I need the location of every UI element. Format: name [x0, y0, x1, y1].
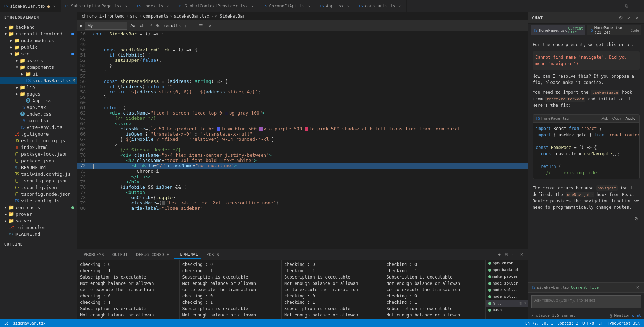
tab-index[interactable]: TS index.ts ✕ — [133, 0, 174, 12]
chat-mention-button[interactable]: @ Mention — [610, 313, 631, 318]
terminal-process-node-sol2[interactable]: node sol... — [486, 293, 528, 300]
terminal-pane-3[interactable]: checking : 0 checking : 1 Subscription i… — [282, 260, 384, 319]
chat-input[interactable] — [531, 295, 641, 308]
split-terminal-button[interactable]: ⎘ — [503, 251, 509, 258]
tab-close-icon[interactable]: ✕ — [307, 3, 312, 9]
tab-close-icon[interactable]: ✕ — [165, 3, 170, 9]
chat-ref-homepage-code[interactable]: TS HomePage.tsx (21-24) Code — [587, 25, 641, 35]
sidebar-item-label: src — [21, 51, 29, 57]
more-tabs-icon[interactable]: ··· — [631, 3, 641, 9]
prev-match-button[interactable]: ↑ — [183, 22, 188, 29]
expand-chat-button[interactable]: ⤢ — [626, 14, 632, 21]
tab-appTsx[interactable]: TS App.tsx ✕ — [316, 0, 355, 12]
sidebar-item-lib[interactable]: ▶ 📁 lib — [0, 84, 77, 91]
sidebar-item-readme-root[interactable]: M↓ README.md — [0, 231, 77, 237]
sidebar-item-sideNavBar[interactable]: TS sideNavBar.tsx M — [0, 77, 77, 84]
tab-close-icon[interactable]: ✕ — [250, 3, 255, 9]
sidebar-item-ui[interactable]: ▶ 📁 ui — [0, 71, 77, 77]
terminal-process-node-sol1[interactable]: node sol... — [486, 287, 528, 293]
apply-button[interactable]: Apply — [624, 116, 637, 121]
close-chat-button[interactable]: ✕ — [634, 14, 640, 21]
terminal-pane-4[interactable]: checking : 0 checking : 1 Subscription i… — [384, 260, 486, 319]
sidebar-item-tsconfig-app[interactable]: {} tsconfig.app.json — [0, 177, 77, 184]
sidebar-item-app-tsx[interactable]: TS App.tsx — [0, 104, 77, 111]
close-search-button[interactable]: ✕ — [207, 22, 213, 29]
terminal-line: checking : 0 — [387, 293, 483, 299]
sidebar-item-tsconfig[interactable]: {} tsconfig.json — [0, 184, 77, 191]
tab-output[interactable]: OUTPUT — [109, 251, 131, 259]
tab-subscriptionPage[interactable]: TS SubscriptionPage.tsx ✕ — [61, 0, 133, 12]
process-active-dot — [488, 275, 491, 278]
search-input[interactable] — [85, 22, 127, 30]
tab-close-icon[interactable]: ✕ — [52, 4, 57, 9]
search-close-icon[interactable]: ▶ — [80, 23, 83, 28]
sidebar-item-contracts[interactable]: ▶ 📁 contracts — [0, 204, 77, 211]
tab-debug-console[interactable]: DEBUG CONSOLE — [133, 251, 173, 259]
sidebar-item-solver[interactable]: ▶ 📁 solver — [0, 217, 77, 224]
whole-word-button[interactable]: ab — [139, 23, 146, 28]
sidebar-item-node-modules[interactable]: ▶ 📁 node_modules — [0, 37, 77, 44]
next-match-button[interactable]: ↓ — [190, 22, 195, 29]
toggle-list-button[interactable]: ☰ — [198, 22, 205, 29]
sidebar-item-pkg-lock[interactable]: {} package-lock.json — [0, 151, 77, 157]
ask-button[interactable]: Ask — [600, 116, 609, 121]
sidebar-item-gitmodules[interactable]: ⎇ .gitmodules — [0, 224, 77, 231]
more-terminal-button[interactable]: ··· — [510, 251, 517, 258]
code-editor[interactable]: 16 const SideNavBar = () => { 48 49 — [77, 31, 528, 249]
sidebar-item-index-html[interactable]: H index.html — [0, 144, 77, 151]
add-terminal-button[interactable]: + — [497, 251, 502, 258]
chat-link[interactable]: chat — [632, 313, 642, 318]
tab-globalContext[interactable]: TS GlobalContextProvider.tsx ✕ — [174, 0, 259, 12]
sidebar-item-pages[interactable]: ▶ 📁 pages — [0, 91, 77, 97]
tab-close-icon[interactable]: ✕ — [346, 3, 351, 9]
sidebar-item-components[interactable]: ▼ 📁 components — [0, 64, 77, 71]
file-md-icon: M↓ — [14, 165, 20, 169]
tab-sideNavBar[interactable]: TS sideNavBar.tsx ● ✕ — [0, 0, 61, 12]
sidebar-item-tsconfig-node[interactable]: {} tsconfig.node.json — [0, 191, 77, 197]
sidebar-item-prover[interactable]: ▶ 📁 prover — [0, 211, 77, 217]
sidebar-item-public[interactable]: ▶ 📁 public — [0, 44, 77, 51]
terminal-pane-2[interactable]: checking : 0 checking : 1 Subscription i… — [180, 260, 282, 319]
split-editor-icon[interactable]: ⎘ — [624, 3, 629, 9]
sidebar-item-eslint[interactable]: JS eslint.config.js — [0, 137, 77, 144]
sidebar-item-readme[interactable]: M↓ README.md — [0, 164, 77, 171]
tab-chronoFiApi[interactable]: TS ChronoFiApi.ts ✕ — [259, 0, 316, 12]
sidebar-item-main-tsx[interactable]: TS main.tsx — [0, 117, 77, 124]
settings-chat-button[interactable]: ⚙ — [617, 14, 624, 21]
sidebar-item-gitignore[interactable]: ⎇ .gitignore — [0, 131, 77, 137]
sidebar-item-backend[interactable]: ▶ 📁 backend — [0, 24, 77, 31]
process-action[interactable]: 🗑 — [519, 301, 522, 305]
tab-close-icon[interactable]: ✕ — [397, 3, 403, 9]
terminal-process-n[interactable]: n... 🗑 ⎘ — [486, 300, 528, 307]
sidebar-item-index-css[interactable]: 🅢 index.css — [0, 111, 77, 117]
terminal-pane-1[interactable]: checking : 0 checking : 1 Subscription i… — [77, 260, 180, 319]
process-split[interactable]: ⎘ — [524, 301, 526, 305]
tab-close-icon[interactable]: ✕ — [123, 3, 129, 9]
sidebar-item-src[interactable]: ▼ 📁 src — [0, 51, 77, 57]
sidebar-item-chronofi-frontend[interactable]: ▼ 📁 chronofi-frontend — [0, 31, 77, 37]
match-case-button[interactable]: Aa — [129, 23, 136, 28]
tab-ports[interactable]: PORTS — [203, 251, 223, 259]
terminal-process-bash[interactable]: bash — [486, 307, 528, 313]
chat-ref-homepage[interactable]: TS HomePage.tsx Current File — [531, 25, 585, 35]
terminal-process-make-prover[interactable]: make prover — [486, 273, 528, 280]
tab-constants[interactable]: TS constants.ts ✕ — [355, 0, 407, 12]
terminal-process-npm-chron[interactable]: npm chron... — [486, 260, 528, 267]
terminal-process-node-solver[interactable]: node solver — [486, 280, 528, 287]
sidebar-item-vite-env[interactable]: TS vite-env.d.ts — [0, 124, 77, 131]
remove-ref-button[interactable]: ✕ — [635, 284, 641, 291]
add-chat-button[interactable]: + — [610, 14, 616, 21]
tab-problems[interactable]: PROBLEMS — [80, 251, 108, 259]
sidebar-item-assets[interactable]: ▶ 📁 assets — [0, 57, 77, 64]
sidebar-item-vite-config[interactable]: TS vite.config.ts — [0, 197, 77, 204]
sidebar-item-pkg-json[interactable]: {} package.json — [0, 157, 77, 164]
terminal-process-npm-backend[interactable]: npm backend — [486, 267, 528, 273]
tab-terminal[interactable]: TERMINAL — [174, 250, 201, 259]
close-terminal-button[interactable]: ✕ — [519, 251, 525, 258]
chat-code-header: TS HomePage.tsx Ask Copy Apply — [533, 115, 639, 123]
chat-settings-button[interactable]: ⚙ — [633, 215, 640, 222]
copy-button[interactable]: Copy — [611, 116, 623, 121]
sidebar-item-tailwind[interactable]: JS tailwind.config.js — [0, 171, 77, 177]
regex-button[interactable]: .* — [148, 23, 153, 28]
sidebar-item-app-css[interactable]: 🅢 App.css — [0, 97, 77, 104]
